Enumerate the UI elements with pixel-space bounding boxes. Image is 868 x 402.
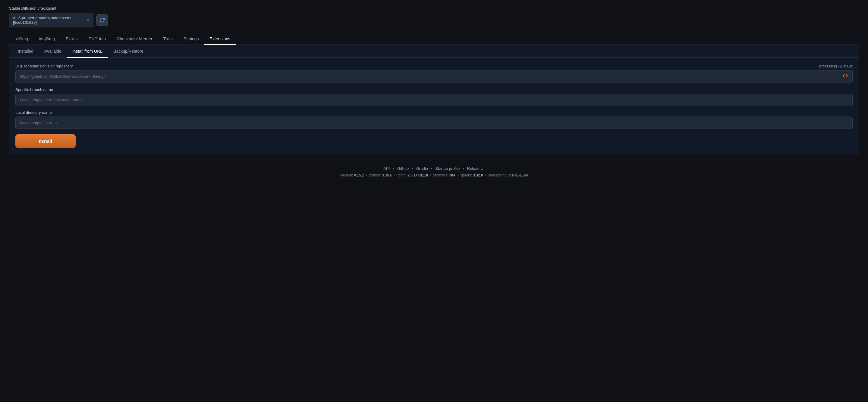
tab-img2img[interactable]: img2img [33, 33, 60, 45]
chevron-down-icon: ▼ [87, 19, 90, 22]
directory-label: Local directory name [16, 110, 852, 115]
url-input[interactable] [16, 70, 852, 82]
tab-train[interactable]: Train [158, 33, 178, 45]
footer-dot-2: • [412, 166, 413, 171]
branch-input[interactable] [16, 94, 852, 106]
url-section: URL for extension's git repository proce… [16, 64, 852, 82]
footer-startup-profile-link[interactable]: Startup profile [435, 166, 460, 171]
footer-dot-1: • [393, 166, 394, 171]
install-button[interactable]: Install [16, 134, 76, 148]
tab-txt2img[interactable]: txt2img [9, 33, 33, 45]
url-input-wrapper [16, 70, 852, 82]
footer-dot-4: • [463, 166, 464, 171]
main-tabs: txt2img img2img Extras PNG Info Checkpoi… [9, 33, 859, 45]
tab-pnginfo[interactable]: PNG Info [83, 33, 112, 45]
branch-section: Specific branch name [16, 87, 852, 106]
tab-checkpoint-merger[interactable]: Checkpoint Merger [111, 33, 158, 45]
processing-status: processing | 2.8/0.2s [819, 64, 852, 68]
footer-api-link[interactable]: API [383, 166, 390, 171]
checkpoint-value: v1-5-pruned-emaonly.safetensors [6ce0161… [13, 16, 84, 25]
extensions-panel: Installed Available Install from URL Bac… [9, 45, 859, 154]
install-from-url-content: URL for extension's git repository proce… [9, 58, 859, 154]
tab-extensions[interactable]: Extensions [204, 33, 236, 45]
directory-input[interactable] [16, 116, 852, 129]
footer-links: API • Github • Gradio • Startup profile … [9, 166, 859, 171]
tab-settings[interactable]: Settings [178, 33, 204, 45]
refresh-icon [99, 18, 105, 23]
sub-tab-available[interactable]: Available [39, 45, 67, 58]
directory-section: Local directory name [16, 110, 852, 129]
footer: API • Github • Gradio • Startup profile … [9, 166, 859, 177]
checkpoint-select[interactable]: v1-5-pruned-emaonly.safetensors [6ce0161… [9, 13, 93, 27]
footer-gradio-link[interactable]: Gradio [416, 166, 428, 171]
footer-reload-ui-link[interactable]: Reload UI [467, 166, 485, 171]
refresh-button[interactable] [96, 14, 108, 26]
extensions-sub-tabs: Installed Available Install from URL Bac… [9, 45, 859, 58]
sub-tab-install-from-url[interactable]: Install from URL [67, 45, 108, 58]
tab-extras[interactable]: Extras [60, 33, 83, 45]
url-field-label: URL for extension's git repository [16, 64, 73, 68]
checkpoint-section: Stable Diffusion checkpoint v1-5-pruned-… [9, 6, 859, 27]
footer-version-info: version: v1.5.1 • python: 3.10.6 • torch… [9, 173, 859, 177]
sub-tab-backup-restore[interactable]: Backup/Restore [108, 45, 149, 58]
branch-label: Specific branch name [16, 87, 852, 92]
sub-tab-installed[interactable]: Installed [12, 45, 39, 58]
footer-github-link[interactable]: Github [397, 166, 409, 171]
checkpoint-label: Stable Diffusion checkpoint [9, 6, 859, 10]
footer-dot-3: • [431, 166, 433, 171]
code-link-icon [842, 73, 848, 79]
